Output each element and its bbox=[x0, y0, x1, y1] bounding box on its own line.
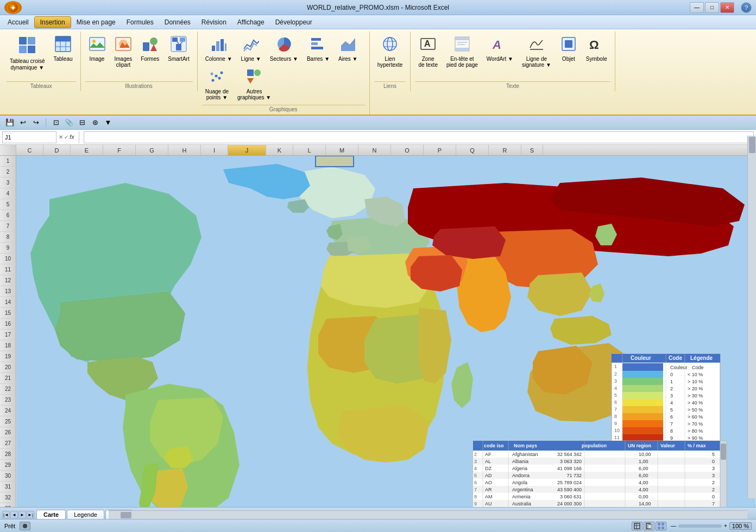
barres-button[interactable]: Barres ▼ bbox=[304, 34, 333, 64]
vertical-scrollbar[interactable] bbox=[747, 136, 756, 498]
col-header-m[interactable]: M bbox=[326, 145, 358, 155]
qa-btn4[interactable]: 📎 bbox=[64, 117, 74, 128]
row-header-2[interactable]: 2 bbox=[0, 167, 16, 178]
qa-btn6[interactable]: ⊛ bbox=[90, 117, 100, 128]
menu-donnees[interactable]: Données bbox=[159, 16, 196, 28]
row-header-31[interactable]: 31 bbox=[0, 482, 16, 492]
autres-graphiques-button[interactable]: Autresgraphiques ▼ bbox=[234, 66, 274, 103]
image-button[interactable]: Image bbox=[85, 34, 109, 64]
tableau-button[interactable]: Tableau bbox=[50, 34, 75, 64]
tab-first-btn[interactable]: |◄ bbox=[2, 511, 10, 518]
office-button[interactable]: ✦ bbox=[4, 1, 22, 14]
row-header-8[interactable]: 8 bbox=[0, 232, 16, 243]
zoom-in-btn[interactable]: + bbox=[724, 523, 727, 529]
row-header-7[interactable]: 7 bbox=[0, 221, 16, 232]
menu-formules[interactable]: Formules bbox=[121, 16, 159, 28]
menu-developpeur[interactable]: Développeur bbox=[270, 16, 318, 28]
row-header-20[interactable]: 20 bbox=[0, 362, 16, 373]
formes-button[interactable]: Formes bbox=[137, 34, 162, 64]
col-header-q[interactable]: Q bbox=[456, 145, 489, 155]
menu-revision[interactable]: Révision bbox=[196, 16, 232, 28]
menu-accueil[interactable]: Accueil bbox=[2, 16, 34, 28]
row-header-1[interactable]: 1 bbox=[0, 156, 16, 167]
row-header-3[interactable]: 3 bbox=[0, 178, 16, 188]
qa-redo-btn[interactable]: ↪ bbox=[30, 117, 41, 128]
row-header-27[interactable]: 27 bbox=[0, 438, 16, 449]
col-header-p[interactable]: P bbox=[424, 145, 456, 155]
ligne-button[interactable]: Ligne ▼ bbox=[238, 34, 264, 64]
qa-btn7[interactable]: ▼ bbox=[103, 117, 114, 128]
formula-function-btn[interactable]: fx bbox=[70, 134, 74, 140]
tab-next-btn[interactable]: ► bbox=[18, 511, 26, 518]
formula-cancel-btn[interactable]: ✕ bbox=[59, 134, 63, 140]
row-header-5[interactable]: 5 bbox=[0, 199, 16, 210]
col-header-n[interactable]: N bbox=[358, 145, 391, 155]
menu-affichage[interactable]: Affichage bbox=[232, 16, 270, 28]
col-header-i[interactable]: I bbox=[201, 145, 228, 155]
images-clipart-button[interactable]: Imagesclipart bbox=[111, 34, 136, 70]
row-header-4[interactable]: 4 bbox=[0, 188, 16, 199]
formula-confirm-btn[interactable]: ✓ bbox=[64, 134, 68, 140]
row-header-12[interactable]: 12 bbox=[0, 275, 16, 286]
ligne-signature-button[interactable]: Ligne designature ▼ bbox=[519, 34, 555, 70]
page-break-btn[interactable] bbox=[656, 522, 666, 530]
lien-hypertexte-button[interactable]: Lienhypertexte bbox=[374, 34, 406, 70]
col-header-d[interactable]: D bbox=[43, 145, 71, 155]
close-button[interactable]: ✕ bbox=[720, 2, 734, 13]
formula-input[interactable] bbox=[84, 131, 754, 143]
row-header-11[interactable]: 11 bbox=[0, 264, 16, 275]
h-scroll-thumb[interactable] bbox=[121, 512, 131, 518]
row-header-30[interactable]: 30 bbox=[0, 471, 16, 482]
row-header-19[interactable]: 19 bbox=[0, 351, 16, 362]
row-header-15[interactable]: 15 bbox=[0, 308, 16, 319]
qa-save-btn[interactable]: 💾 bbox=[4, 117, 15, 128]
record-macro-btn[interactable] bbox=[20, 522, 30, 530]
name-box[interactable] bbox=[2, 131, 56, 143]
smartart-button[interactable]: SmartArt bbox=[165, 34, 192, 64]
zoom-level[interactable]: 100 % bbox=[729, 522, 752, 530]
row-header-29[interactable]: 29 bbox=[0, 460, 16, 471]
row-header-24[interactable]: 24 bbox=[0, 406, 16, 416]
col-header-k[interactable]: K bbox=[266, 145, 293, 155]
row-header-26[interactable]: 26 bbox=[0, 427, 16, 438]
row-header-16[interactable]: 16 bbox=[0, 319, 16, 330]
symbole-button[interactable]: Ω Symbole bbox=[583, 34, 610, 64]
row-header-25[interactable]: 25 bbox=[0, 416, 16, 427]
aires-button[interactable]: Aires ▼ bbox=[335, 34, 361, 64]
row-header-10[interactable]: 10 bbox=[0, 254, 16, 264]
col-header-r[interactable]: R bbox=[489, 145, 521, 155]
row-header-17[interactable]: 17 bbox=[0, 330, 16, 340]
qa-btn5[interactable]: ⊟ bbox=[77, 117, 87, 128]
minimize-button[interactable]: — bbox=[690, 2, 704, 13]
en-tete-pied-button[interactable]: En-tête etpied de page bbox=[443, 34, 481, 70]
restore-button[interactable]: □ bbox=[705, 2, 719, 13]
row-header-6[interactable]: 6 bbox=[0, 210, 16, 221]
col-header-j[interactable]: J bbox=[228, 145, 266, 155]
row-header-14[interactable]: 14 bbox=[0, 297, 16, 308]
col-header-s[interactable]: S bbox=[521, 145, 543, 155]
row-header-13[interactable]: 13 bbox=[0, 286, 16, 297]
sheet-tab-carte[interactable]: Carte bbox=[36, 510, 66, 519]
wordart-button[interactable]: A WordArt ▼ bbox=[483, 34, 516, 64]
tab-prev-btn[interactable]: ◄ bbox=[10, 511, 18, 518]
objet-button[interactable]: Objet bbox=[557, 34, 581, 64]
col-header-h[interactable]: H bbox=[168, 145, 201, 155]
tab-last-btn[interactable]: ►| bbox=[27, 511, 34, 518]
col-header-e[interactable]: E bbox=[71, 145, 103, 155]
colonne-button[interactable]: Colonne ▼ bbox=[202, 34, 236, 64]
normal-view-btn[interactable] bbox=[632, 522, 642, 530]
row-header-32[interactable]: 32 bbox=[0, 492, 16, 503]
col-header-l[interactable]: L bbox=[293, 145, 326, 155]
col-header-c[interactable]: C bbox=[16, 145, 43, 155]
qa-btn3[interactable]: ⊡ bbox=[51, 117, 61, 128]
horizontal-scrollbar[interactable] bbox=[109, 510, 747, 519]
row-header-18[interactable]: 18 bbox=[0, 340, 16, 351]
v-scroll-thumb[interactable] bbox=[749, 137, 755, 153]
menu-mise-en-page[interactable]: Mise en page bbox=[71, 16, 121, 28]
row-header-22[interactable]: 22 bbox=[0, 384, 16, 395]
zone-texte-button[interactable]: A Zonede texte bbox=[415, 34, 441, 70]
row-header-23[interactable]: 23 bbox=[0, 395, 16, 406]
row-header-28[interactable]: 28 bbox=[0, 449, 16, 460]
col-header-g[interactable]: G bbox=[136, 145, 168, 155]
row-header-21[interactable]: 21 bbox=[0, 373, 16, 384]
